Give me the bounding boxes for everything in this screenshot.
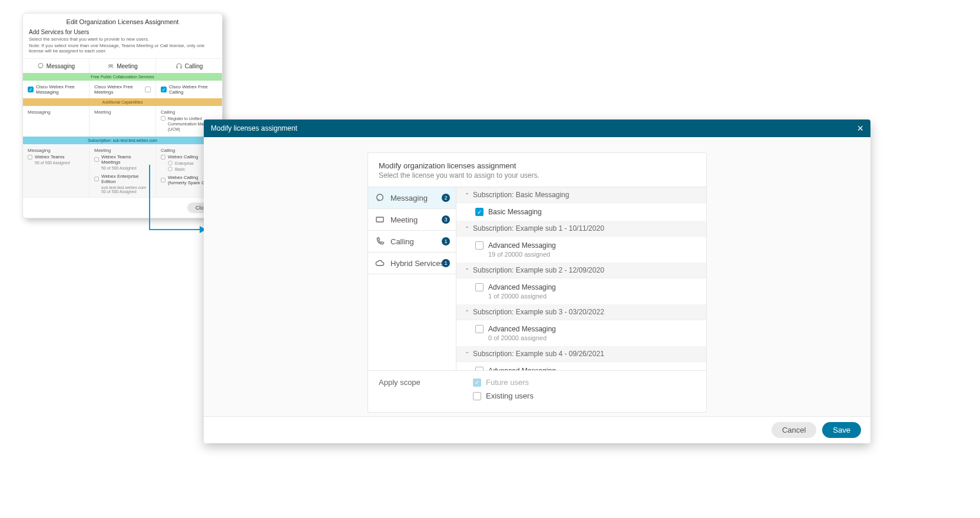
subscription-header[interactable]: ⌃Subscription: Example sub 2 - 12/09/202… (456, 263, 706, 278)
license-item: Advanced Messaging0 of 20000 assigned (456, 320, 706, 346)
legacy-col-calling: Calling (156, 59, 222, 73)
subscription-header[interactable]: ⌃Subscription: Basic Messaging (456, 187, 706, 203)
tab-label: Calling (390, 237, 414, 246)
tab-messaging[interactable]: Messaging 2 (368, 187, 456, 209)
chevron-up-icon: ⌃ (465, 351, 469, 357)
chevron-up-icon: ⌃ (465, 225, 469, 232)
legacy-title: Edit Organization Licenses Assignment (23, 14, 222, 29)
svg-point-1 (109, 65, 111, 67)
save-button[interactable]: Save (822, 422, 861, 438)
chevron-up-icon: ⌃ (465, 267, 469, 274)
legacy-band-sub[interactable]: Subscription: sub-test.test.webex.com ⌃ (23, 137, 222, 144)
phone-icon (375, 237, 385, 246)
checkbox-icon[interactable] (28, 155, 32, 160)
chevron-up-icon: ⌃ (465, 192, 469, 198)
tab-hybrid-services[interactable]: Hybrid Services 1 (368, 253, 456, 274)
apply-scope-section: Apply scope ✓ Future users Existing user… (368, 370, 706, 412)
license-checkbox[interactable] (475, 283, 484, 291)
subscription-header[interactable]: ⌃Subscription: Example sub 1 - 10/11/202… (456, 221, 706, 237)
meeting-icon (107, 62, 114, 69)
tab-badge: 1 (442, 259, 450, 267)
tab-badge: 1 (442, 237, 450, 245)
legacy-col-meeting: Meeting (90, 59, 156, 73)
legacy-subtitle: Add Services for Users (23, 29, 222, 36)
tab-label: Hybrid Services (390, 259, 444, 268)
license-panel: Modify organization licenses assignment … (368, 152, 707, 413)
subscription-header[interactable]: ⌃Subscription: Example sub 4 - 09/26/202… (456, 346, 706, 362)
svg-rect-6 (376, 217, 383, 222)
tab-label: Meeting (390, 215, 418, 224)
tab-badge: 2 (442, 194, 450, 202)
cancel-button[interactable]: Cancel (772, 422, 816, 438)
svg-rect-3 (176, 67, 177, 68)
tab-meeting[interactable]: Meeting 3 (368, 209, 456, 231)
license-item: Advanced Messaging19 of 20000 assigned (456, 237, 706, 263)
license-label: Advanced Messaging (488, 367, 556, 370)
license-item: ✓Basic Messaging (456, 203, 706, 221)
license-checkbox[interactable] (475, 367, 484, 370)
existing-users-label: Existing users (486, 391, 534, 400)
checkbox-icon[interactable] (94, 157, 99, 162)
tab-badge: 3 (442, 215, 450, 224)
future-users-label: Future users (486, 378, 529, 387)
category-tabs: Messaging 2 Meeting 3 Ca (368, 187, 456, 370)
legacy-col-messaging: Messaging (23, 59, 90, 73)
modal-header: Modify licenses assignment × (204, 119, 870, 137)
license-label: Advanced Messaging (488, 241, 556, 250)
license-label: Advanced Messaging (488, 283, 556, 291)
svg-point-5 (377, 194, 383, 201)
checkbox-icon[interactable] (161, 155, 165, 160)
checkbox-icon[interactable] (145, 87, 151, 92)
legacy-desc2: Note: If you select more than one Messag… (23, 43, 222, 55)
license-scroll-area[interactable]: ⌃Subscription: Basic Messaging✓Basic Mes… (456, 187, 706, 370)
modify-licenses-modal: Modify licenses assignment × Modify orga… (204, 119, 870, 443)
license-assigned-count: 0 of 20000 assigned (488, 334, 698, 341)
license-assigned-count: 1 of 20000 assigned (488, 293, 698, 300)
svg-rect-4 (180, 67, 181, 68)
tab-calling[interactable]: Calling 1 (368, 231, 456, 253)
close-icon[interactable]: × (857, 122, 863, 135)
checkbox-icon[interactable]: ✓ (28, 87, 34, 92)
checkbox-icon[interactable] (161, 116, 165, 121)
legacy-band-free: Free Public Collaboration Services (23, 73, 222, 81)
existing-users-checkbox[interactable] (473, 392, 481, 400)
chat-icon (375, 193, 385, 202)
checkbox-icon[interactable]: ✓ (161, 87, 167, 92)
svg-point-0 (38, 64, 43, 68)
device-icon (375, 215, 385, 224)
tab-label: Messaging (390, 194, 428, 202)
checkbox-icon[interactable] (94, 177, 99, 181)
license-checkbox[interactable]: ✓ (475, 208, 484, 216)
license-assigned-count: 19 of 20000 assigned (488, 251, 698, 258)
license-checkbox[interactable] (475, 325, 484, 333)
license-label: Basic Messaging (488, 208, 542, 216)
panel-subtitle: Select the license you want to assign to… (368, 171, 706, 187)
transition-arrow-icon (144, 165, 208, 247)
license-label: Advanced Messaging (488, 325, 556, 333)
legacy-band-addl: Additional Capabilities (23, 98, 222, 106)
cloud-icon (375, 258, 385, 268)
license-item: Advanced Messaging1 of 20000 assigned (456, 278, 706, 304)
future-users-checkbox[interactable]: ✓ (473, 378, 481, 387)
legacy-desc1: Select the services that you want to pro… (23, 36, 222, 43)
apply-scope-label: Apply scope (379, 378, 449, 405)
chat-icon (37, 62, 44, 69)
modal-title: Modify licenses assignment (211, 124, 297, 132)
headset-icon (176, 62, 183, 69)
panel-title: Modify organization licenses assignment (368, 153, 706, 171)
license-item: Advanced Messaging3 of 20000 assigned (456, 362, 706, 370)
modal-footer: Cancel Save (204, 416, 870, 443)
subscription-header[interactable]: ⌃Subscription: Example sub 3 - 03/20/202… (456, 304, 706, 320)
chevron-up-icon: ⌃ (465, 309, 469, 316)
svg-point-2 (111, 65, 113, 67)
license-checkbox[interactable] (475, 241, 484, 250)
